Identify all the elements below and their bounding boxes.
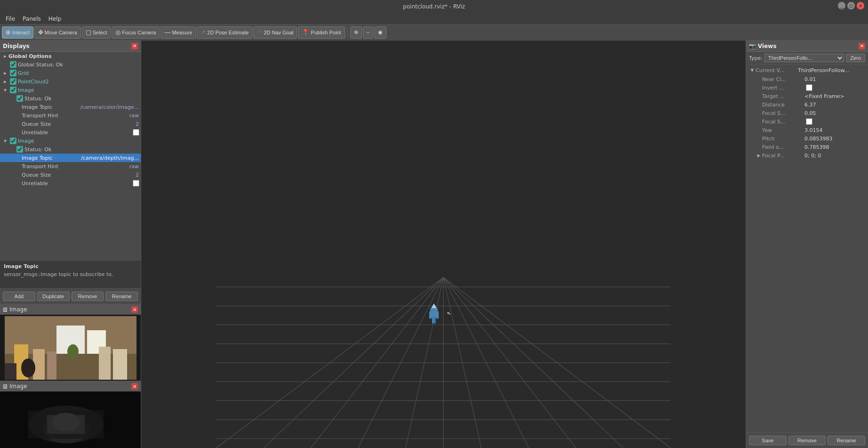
tree-item-image2-transport[interactable]: Transport Hint raw: [0, 162, 141, 171]
focus-camera-icon: ◎: [115, 29, 121, 36]
svg-rect-42: [434, 318, 436, 323]
pitch-value: 0.0853983: [804, 136, 865, 142]
2d-nav-button[interactable]: ↗ 2D Nav Goal: [253, 26, 297, 39]
add-icon-button[interactable]: ⊕: [350, 26, 362, 39]
tree-item-image-1[interactable]: ▼ Image: [0, 86, 141, 94]
image1-expand: ▼: [2, 88, 8, 92]
views-bottom-buttons: Save Remove Rename: [746, 432, 868, 448]
image-panel-1-title: Image: [9, 306, 27, 313]
image2-queue-label: Queue Size: [22, 172, 136, 178]
pointcloud2-expand: ▶: [2, 80, 8, 84]
main-content: Displays ✕ ▶ Global Options Global Statu…: [0, 41, 868, 448]
tree-item-image2-topic[interactable]: Image Topic /camera/depth/imag...: [0, 154, 141, 162]
image-panel-2-title: Image: [9, 383, 27, 390]
type-label: Type:: [749, 55, 763, 61]
focal-p-label: Focal P...: [762, 153, 804, 159]
tree-item-image1-topic[interactable]: Image Topic /camera/color/image...: [0, 103, 141, 111]
menu-help[interactable]: Help: [45, 15, 65, 23]
view-prop-focal-p: ▶ Focal P... 0; 0; 0: [746, 151, 868, 160]
svg-point-17: [52, 413, 80, 432]
focal-s1-value: 0.05: [804, 110, 865, 116]
rename-button[interactable]: Rename: [105, 292, 138, 301]
rename-view-button[interactable]: Rename: [828, 436, 865, 445]
grid-checkbox[interactable]: [10, 70, 16, 76]
image1-queue-label: Queue Size: [22, 121, 136, 127]
zero-button[interactable]: Zero: [846, 54, 865, 62]
minus-icon-button[interactable]: −: [363, 26, 373, 39]
circle-icon-button[interactable]: ◉: [374, 26, 386, 39]
image2-status-checkbox[interactable]: [16, 146, 23, 153]
grid-label: Grid: [18, 70, 141, 76]
viewport: [141, 41, 746, 448]
image1-status-checkbox[interactable]: [16, 95, 23, 102]
pitch-label: Pitch: [762, 136, 804, 142]
select-button[interactable]: ▢ Select: [82, 26, 111, 39]
view-prop-focal-s1: Focal S... 0.05: [746, 109, 868, 117]
measure-icon: —: [164, 29, 170, 36]
save-view-button[interactable]: Save: [749, 436, 787, 445]
tree-item-pointcloud2[interactable]: ▶ PointCloud2: [0, 77, 141, 86]
image2-checkbox[interactable]: [10, 138, 16, 144]
view-prop-yaw: Yaw 3.0154: [746, 126, 868, 134]
svg-point-10: [21, 358, 35, 377]
remove-view-button[interactable]: Remove: [788, 436, 826, 445]
global-status-checkbox[interactable]: [10, 61, 16, 68]
svg-rect-11: [5, 363, 16, 380]
2d-pose-button[interactable]: ↗ 2D Pose Estimate: [197, 26, 252, 39]
tree-item-image2-queue[interactable]: Queue Size 2: [0, 171, 141, 179]
image-panel-2-close[interactable]: ✕: [131, 383, 138, 390]
tree-item-global-options[interactable]: ▶ Global Options: [0, 52, 141, 60]
image1-transport-label: Transport Hint: [22, 113, 129, 119]
menu-file[interactable]: File: [2, 15, 19, 23]
remove-button[interactable]: Remove: [72, 292, 104, 301]
image2-transport-value: raw: [129, 163, 139, 170]
minimize-button[interactable]: _: [838, 2, 845, 9]
tree-item-grid[interactable]: ▶ Grid: [0, 69, 141, 77]
yaw-value: 3.0154: [804, 127, 865, 133]
tree-item-image1-transport[interactable]: Transport Hint raw: [0, 111, 141, 120]
maximize-button[interactable]: □: [847, 2, 855, 9]
tree-item-image2-status[interactable]: Status: Ok: [0, 145, 141, 154]
pointcloud2-checkbox[interactable]: [10, 78, 16, 85]
views-type-row: Type: ThirdPersonFollo... Zero: [746, 52, 868, 65]
tree-item-image1-unreliable[interactable]: Unreliable: [0, 128, 141, 137]
image1-unreliable-checkbox[interactable]: [133, 129, 139, 136]
titlebar: pointcloud.rviz* - RViz _ □ ✕: [0, 0, 868, 13]
tree-item-image1-queue[interactable]: Queue Size 2: [0, 120, 141, 128]
publish-point-button[interactable]: 📍 Publish Point: [298, 26, 345, 39]
svg-rect-44: [436, 311, 439, 318]
image-panel-1-close[interactable]: ✕: [131, 306, 138, 313]
focus-camera-button[interactable]: ◎ Focus Camera: [112, 26, 160, 39]
svg-rect-9: [113, 349, 127, 380]
current-view-header[interactable]: ▼ Current V... ThirdPersonFollow...: [746, 65, 868, 75]
views-type-select[interactable]: ThirdPersonFollo...: [764, 54, 844, 62]
image2-label: Image: [18, 138, 141, 144]
measure-button[interactable]: — Measure: [161, 26, 196, 39]
image2-unreliable-checkbox[interactable]: [133, 180, 139, 187]
target-label: Target ...: [762, 93, 804, 99]
image1-topic-label: Image Topic: [22, 104, 80, 110]
invert-checkbox[interactable]: [806, 84, 812, 91]
displays-close-button[interactable]: ✕: [131, 43, 138, 49]
menu-panels[interactable]: Panels: [19, 15, 45, 23]
image2-topic-label: Image Topic: [22, 155, 81, 161]
view-prop-pitch: Pitch 0.0853983: [746, 134, 868, 143]
window-controls: _ □ ✕: [838, 2, 864, 9]
tree-item-image1-status[interactable]: Status: Ok: [0, 94, 141, 103]
right-panel: 📷 Views ✕ Type: ThirdPersonFollo... Zero…: [746, 41, 868, 448]
image1-checkbox[interactable]: [10, 87, 16, 93]
close-button[interactable]: ✕: [857, 2, 864, 9]
add-button[interactable]: Add: [3, 292, 35, 301]
duplicate-button[interactable]: Duplicate: [37, 292, 70, 301]
image2-expand: ▼: [2, 139, 8, 143]
tree-item-image-2[interactable]: ▼ Image: [0, 137, 141, 145]
image-panel-2: 🖼 Image ✕: [0, 381, 141, 448]
move-camera-button[interactable]: ✥ Move Camera: [34, 26, 81, 39]
focal-s2-checkbox[interactable]: [806, 118, 812, 125]
interact-button[interactable]: ⊕ Interact: [2, 26, 33, 39]
tree-item-image2-unreliable[interactable]: Unreliable: [0, 179, 141, 187]
image-panel-1-image: [5, 316, 137, 380]
image-panel-1-header: 🖼 Image ✕: [0, 304, 141, 315]
tree-item-global-status[interactable]: Global Status: Ok: [0, 60, 141, 69]
views-close-button[interactable]: ✕: [859, 43, 865, 49]
